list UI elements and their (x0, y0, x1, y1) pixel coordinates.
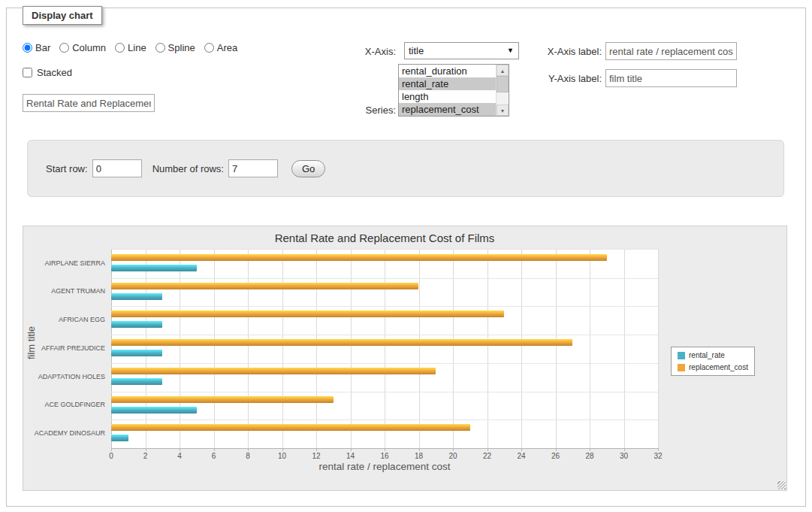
chart-title-input[interactable] (23, 94, 155, 112)
series-option-rental_duration[interactable]: rental_duration (399, 65, 497, 77)
bar-rental_rate (111, 378, 162, 385)
x-tick-label: 22 (483, 452, 491, 460)
start-row-label: Start row: (46, 163, 88, 174)
series-option-length[interactable]: length (399, 90, 497, 103)
tick-mark (590, 448, 590, 451)
bar-replacement_cost (111, 424, 470, 431)
chart-type-option-area[interactable]: Area (204, 42, 237, 53)
x-tick-label: 26 (551, 452, 560, 460)
start-row-input[interactable] (92, 159, 142, 177)
y-axis-title-input[interactable] (605, 69, 737, 87)
x-tick-label: 10 (278, 452, 286, 460)
chart-type-radio-area[interactable] (204, 43, 214, 53)
x-axis-label-text: X-Axis: (321, 46, 396, 57)
scroll-down-icon[interactable]: ▼ (497, 105, 509, 116)
bar-replacement_cost (111, 339, 572, 346)
category-label: AFRICAN EGG (59, 316, 105, 323)
series-label-text: Series: (321, 105, 396, 116)
scroll-up-icon[interactable]: ▲ (497, 65, 509, 76)
chart-type-option-label: Spline (168, 42, 195, 53)
chart-legend: rental_ratereplacement_cost (671, 347, 755, 376)
legend-item-rental_rate[interactable]: rental_rate (678, 351, 748, 359)
category-band: AFRICAN EGG (111, 306, 658, 335)
legend-label: rental_rate (689, 351, 725, 359)
tick-mark (351, 448, 352, 451)
x-axis-title-input[interactable] (605, 42, 737, 60)
category-label: AFFAIR PREJUDICE (41, 344, 105, 352)
x-axis-title: rental rate / replacement cost (111, 461, 658, 472)
chart-type-option-label: Column (72, 42, 106, 53)
chevron-down-icon: ▼ (507, 43, 514, 59)
bar-rental_rate (111, 435, 128, 441)
series-listbox[interactable]: rental_durationrental_ratelengthreplacem… (398, 64, 509, 117)
x-tick-label: 0 (109, 452, 113, 460)
x-tick-label: 8 (246, 452, 250, 460)
chart-type-option-label: Line (128, 42, 146, 53)
chart-title: Rental Rate and Replacement Cost of Film… (111, 232, 658, 244)
resize-grip-icon[interactable] (777, 481, 786, 489)
stacked-checkbox[interactable] (23, 68, 32, 77)
y-axis-title: film title (26, 326, 37, 359)
bar-replacement_cost (111, 396, 334, 403)
series-option-replacement_cost[interactable]: replacement_cost (399, 103, 497, 116)
x-tick-label: 2 (143, 452, 148, 460)
chart-type-radio-line[interactable] (115, 43, 125, 53)
x-tick-label: 6 (212, 452, 216, 460)
tick-mark (556, 448, 557, 451)
legend-swatch (678, 364, 685, 371)
page: Display chart BarColumnLineSplineArea St… (0, 0, 812, 512)
category-label: ACE GOLDFINGER (44, 401, 105, 408)
tick-mark (624, 448, 625, 451)
go-button[interactable]: Go (291, 160, 325, 177)
stacked-option[interactable]: Stacked (23, 67, 72, 78)
x-tick-label: 30 (620, 452, 628, 460)
series-scrollbar[interactable]: ▲ ▼ (496, 65, 509, 116)
chart-type-option-label: Bar (35, 42, 50, 53)
bar-rental_rate (111, 407, 197, 414)
tick-mark (248, 448, 249, 451)
chart-type-radio-column[interactable] (59, 43, 69, 53)
x-tick-label: 32 (654, 452, 662, 460)
tick-mark (180, 448, 180, 451)
number-of-rows-label: Number of rows: (152, 163, 224, 174)
bar-rental_rate (111, 293, 162, 300)
chart-type-option-bar[interactable]: Bar (23, 42, 50, 53)
x-tick-label: 18 (415, 452, 423, 460)
tick-mark (282, 448, 283, 451)
chart-type-radio-bar[interactable] (23, 43, 32, 53)
x-axis-title-label-text: X-Axis label: (527, 46, 602, 57)
x-axis-selected-value: title (409, 45, 424, 56)
chart-type-radio-spline[interactable] (155, 43, 165, 53)
x-axis-select[interactable]: title ▼ (404, 42, 519, 59)
bar-rental_rate (111, 265, 197, 271)
number-of-rows-input[interactable] (228, 159, 278, 177)
plot-area: AIRPLANE SIERRAAGENT TRUMANAFRICAN EGGAF… (111, 249, 658, 449)
tick-mark (146, 448, 146, 451)
category-label: ADAPTATION HOLES (38, 373, 105, 380)
series-option-rental_rate[interactable]: rental_rate (399, 77, 497, 90)
x-tick-label: 28 (585, 452, 593, 460)
chart-type-option-column[interactable]: Column (59, 42, 106, 53)
chart-type-option-label: Area (217, 42, 237, 53)
rows-panel: Start row: Number of rows: Go (27, 140, 784, 197)
tick-mark (453, 448, 454, 451)
bar-replacement_cost (111, 283, 418, 289)
legend-label: replacement_cost (689, 363, 748, 371)
x-tick-label: 4 (177, 452, 182, 460)
x-tick-label: 14 (346, 452, 355, 460)
legend-item-replacement_cost[interactable]: replacement_cost (678, 363, 748, 371)
x-axis-ticks: 02468101214161820222426283032 (111, 448, 658, 462)
tick-mark (385, 448, 385, 451)
tick-mark (419, 448, 420, 451)
bar-replacement_cost (111, 254, 607, 261)
bar-replacement_cost (111, 368, 436, 374)
category-band: ADAPTATION HOLES (111, 363, 658, 392)
category-label: AIRPLANE SIERRA (44, 259, 105, 267)
chart-type-option-line[interactable]: Line (115, 42, 146, 53)
fieldset-legend: Display chart (23, 6, 102, 25)
chart-type-option-spline[interactable]: Spline (155, 42, 195, 53)
scrollbar-thumb[interactable] (497, 76, 509, 92)
x-tick-label: 20 (448, 452, 457, 460)
series-options: rental_durationrental_ratelengthreplacem… (399, 65, 497, 116)
category-label: ACADEMY DINOSAUR (35, 429, 105, 437)
